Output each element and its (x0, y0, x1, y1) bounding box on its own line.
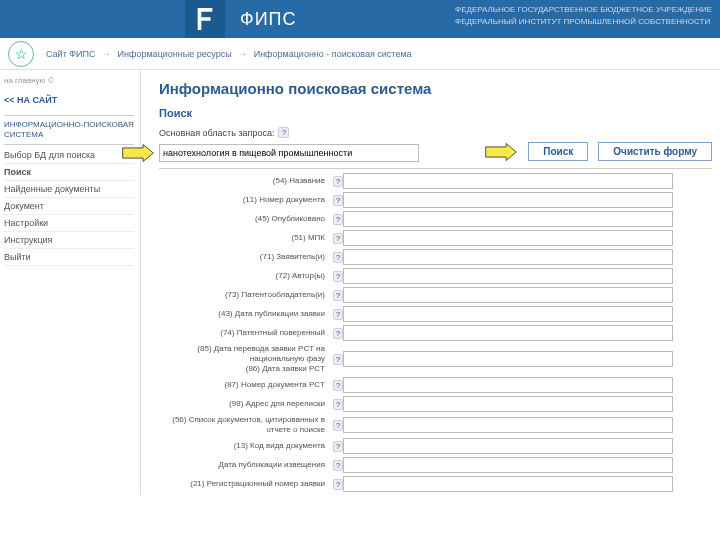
field-input[interactable] (343, 417, 673, 433)
agency-line1: ФЕДЕРАЛЬНОЕ ГОСУДАРСТВЕННОЕ БЮДЖЕТНОЕ УЧ… (455, 4, 712, 16)
help-icon[interactable]: ? (333, 441, 343, 452)
field-label: (87) Номер документа PCT (159, 380, 329, 390)
favorite-icon[interactable]: ☆ (8, 41, 34, 67)
help-icon[interactable]: ? (333, 399, 343, 410)
section-title: Поиск (159, 107, 712, 119)
field-label: Дата публикации извещения (159, 460, 329, 470)
help-icon[interactable]: ? (333, 420, 343, 431)
field-input[interactable] (343, 438, 673, 454)
help-icon[interactable]: ? (333, 380, 343, 391)
sidebar-item-document[interactable]: Документ (4, 198, 134, 215)
help-icon[interactable]: ? (333, 309, 343, 320)
field-input[interactable] (343, 173, 673, 189)
sidebar-item-settings[interactable]: Настройки (4, 215, 134, 232)
main-query-row: Поиск Очистить форму (159, 144, 712, 162)
field-row: (51) МПК? (159, 230, 712, 246)
main-query-input[interactable] (159, 144, 419, 162)
field-input[interactable] (343, 476, 673, 492)
field-label: (51) МПК (159, 233, 329, 243)
help-icon[interactable]: ? (333, 214, 343, 225)
back-to-site-link[interactable]: << НА САЙТ (4, 95, 134, 105)
breadcrumb-bar: ☆ Сайт ФИПС → Информационные ресурсы → И… (0, 38, 720, 70)
sidebar: на главную © << НА САЙТ ИНФОРМАЦИОННО-ПО… (0, 70, 140, 495)
help-icon[interactable]: ? (333, 479, 343, 490)
annotation-arrow-left (121, 144, 155, 162)
field-input[interactable] (343, 377, 673, 393)
breadcrumb-item[interactable]: Информационные ресурсы (118, 49, 232, 59)
brand-logo (185, 0, 225, 38)
field-row: (87) Номер документа PCT? (159, 377, 712, 393)
field-input[interactable] (343, 287, 673, 303)
query-label-row: Основная область запроса: ? (159, 127, 712, 138)
field-input[interactable] (343, 325, 673, 341)
help-icon[interactable]: ? (333, 176, 343, 187)
field-input[interactable] (343, 211, 673, 227)
field-input[interactable] (343, 457, 673, 473)
field-label: (21) Регистрационный номер заявки (159, 479, 329, 489)
field-label: (71) Заявитель(и) (159, 252, 329, 262)
field-label: (43) Дата публикации заявки (159, 309, 329, 319)
sidebar-item-logout[interactable]: Выйти (4, 249, 134, 266)
help-icon[interactable]: ? (333, 328, 343, 339)
sidebar-title: ИНФОРМАЦИОННО-ПОИСКОВАЯ СИСТЕМА (4, 115, 134, 145)
help-icon[interactable]: ? (333, 290, 343, 301)
field-label: (54) Название (159, 176, 329, 186)
field-input[interactable] (343, 249, 673, 265)
field-row: (56) Список документов, цитированных в о… (159, 415, 712, 435)
field-label: (85) Дата перевода заявки PCT на национа… (159, 344, 329, 374)
field-row: (74) Патентный поверенный? (159, 325, 712, 341)
brand-name: ФИПС (240, 9, 297, 30)
page-title: Информационно поисковая система (159, 80, 712, 97)
agency-line2: ФЕДЕРАЛЬНЫЙ ИНСТИТУТ ПРОМЫШЛЕННОЙ СОБСТВ… (455, 16, 712, 28)
field-row: (85) Дата перевода заявки PCT на национа… (159, 344, 712, 374)
field-label: (72) Автор(ы) (159, 271, 329, 281)
breadcrumb-item[interactable]: Информационно - поисковая система (254, 49, 412, 59)
sidebar-item-search[interactable]: Поиск (4, 164, 134, 181)
clear-form-button[interactable]: Очистить форму (598, 142, 712, 161)
field-label: (13) Код вида документа (159, 441, 329, 451)
query-label: Основная область запроса: (159, 128, 274, 138)
field-row: (72) Автор(ы)? (159, 268, 712, 284)
field-row: (54) Название? (159, 173, 712, 189)
annotation-arrow-right (484, 143, 518, 161)
breadcrumb-item[interactable]: Сайт ФИПС (46, 49, 96, 59)
help-icon[interactable]: ? (333, 233, 343, 244)
field-input[interactable] (343, 306, 673, 322)
field-input[interactable] (343, 396, 673, 412)
field-input[interactable] (343, 230, 673, 246)
help-icon[interactable]: ? (333, 460, 343, 471)
sidebar-item-found-docs[interactable]: Найденные документы (4, 181, 134, 198)
field-row: (13) Код вида документа? (159, 438, 712, 454)
field-input[interactable] (343, 351, 673, 367)
agency-name: ФЕДЕРАЛЬНОЕ ГОСУДАРСТВЕННОЕ БЮДЖЕТНОЕ УЧ… (455, 4, 712, 28)
field-label: (45) Опубликовано (159, 214, 329, 224)
field-label: (56) Список документов, цитированных в о… (159, 415, 329, 435)
search-button[interactable]: Поиск (528, 142, 588, 161)
help-icon[interactable]: ? (333, 354, 343, 365)
help-icon[interactable]: ? (278, 127, 289, 138)
sidebar-item-instructions[interactable]: Инструкция (4, 232, 134, 249)
breadcrumb: Сайт ФИПС → Информационные ресурсы → Инф… (46, 49, 412, 59)
help-icon[interactable]: ? (333, 271, 343, 282)
field-input[interactable] (343, 192, 673, 208)
help-icon[interactable]: ? (333, 195, 343, 206)
field-row: (98) Адрес для переписки? (159, 396, 712, 412)
field-row: (21) Регистрационный номер заявки? (159, 476, 712, 492)
search-fields: (54) Название?(11) Номер документа?(45) … (159, 168, 712, 492)
help-icon[interactable]: ? (333, 252, 343, 263)
field-row: (43) Дата публикации заявки? (159, 306, 712, 322)
app-header: ФИПС ФЕДЕРАЛЬНОЕ ГОСУДАРСТВЕННОЕ БЮДЖЕТН… (0, 0, 720, 38)
field-row: (11) Номер документа? (159, 192, 712, 208)
field-label: (73) Патентообладатель(и) (159, 290, 329, 300)
sidebar-item-select-db[interactable]: Выбор БД для поиска (4, 147, 134, 164)
field-row: (71) Заявитель(и)? (159, 249, 712, 265)
main-content: Информационно поисковая система Поиск Ос… (140, 70, 720, 495)
field-row: (73) Патентообладатель(и)? (159, 287, 712, 303)
field-row: Дата публикации извещения? (159, 457, 712, 473)
field-label: (11) Номер документа (159, 195, 329, 205)
field-row: (45) Опубликовано? (159, 211, 712, 227)
field-label: (98) Адрес для переписки (159, 399, 329, 409)
home-link[interactable]: на главную © (4, 76, 134, 85)
field-input[interactable] (343, 268, 673, 284)
field-label: (74) Патентный поверенный (159, 328, 329, 338)
